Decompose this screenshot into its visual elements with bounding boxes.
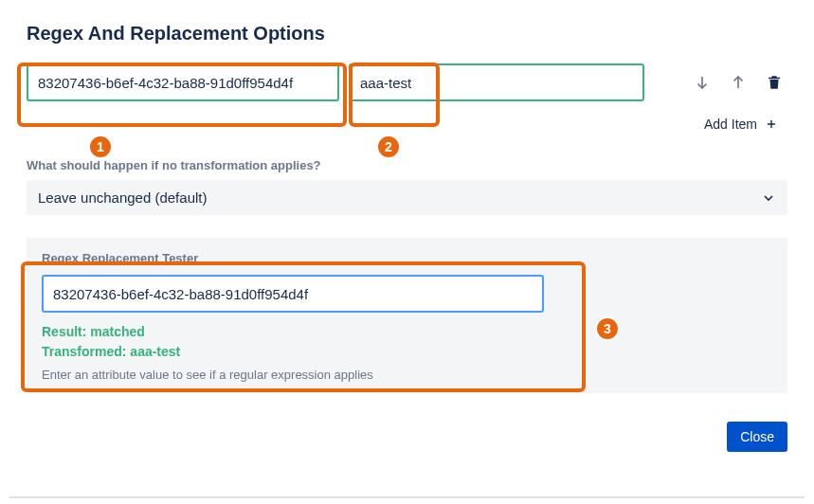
- chevron-down-icon: [761, 190, 776, 206]
- arrow-down-icon: [694, 74, 711, 91]
- tester-transformed: Transformed: aaa-test: [42, 342, 772, 362]
- tester-input[interactable]: 83207436-b6ef-4c32-ba88-91d0ff954d4f: [42, 275, 544, 313]
- divider: [9, 496, 805, 498]
- move-down-button[interactable]: [689, 69, 715, 96]
- plus-icon: [765, 117, 778, 131]
- replacement-input-value: aaa-test: [360, 75, 411, 91]
- add-item-button[interactable]: Add Item: [695, 111, 787, 137]
- replacement-input[interactable]: aaa-test: [349, 63, 644, 101]
- page-title: Regex And Replacement Options: [27, 23, 787, 45]
- tester-label: Regex Replacement Tester: [42, 251, 772, 265]
- tester-hint: Enter an attribute value to see if a reg…: [42, 368, 772, 382]
- add-item-label: Add Item: [704, 117, 757, 132]
- no-transform-select[interactable]: Leave unchanged (default): [27, 180, 787, 215]
- no-transform-label: What should happen if no transformation …: [27, 158, 787, 172]
- arrow-up-icon: [730, 74, 747, 91]
- regex-tester-panel: Regex Replacement Tester 83207436-b6ef-4…: [27, 238, 787, 393]
- tester-input-value: 83207436-b6ef-4c32-ba88-91d0ff954d4f: [53, 286, 308, 302]
- move-up-button[interactable]: [725, 69, 751, 96]
- close-button[interactable]: Close: [727, 422, 787, 452]
- regex-input[interactable]: 83207436-b6ef-4c32-ba88-91d0ff954d4f: [27, 63, 339, 101]
- tester-result: Result: matched: [42, 322, 772, 342]
- delete-row-button[interactable]: [761, 69, 787, 96]
- no-transform-value: Leave unchanged (default): [38, 189, 207, 206]
- trash-icon: [766, 74, 783, 91]
- regex-input-value: 83207436-b6ef-4c32-ba88-91d0ff954d4f: [38, 75, 293, 91]
- regex-row: 83207436-b6ef-4c32-ba88-91d0ff954d4f aaa…: [27, 63, 787, 101]
